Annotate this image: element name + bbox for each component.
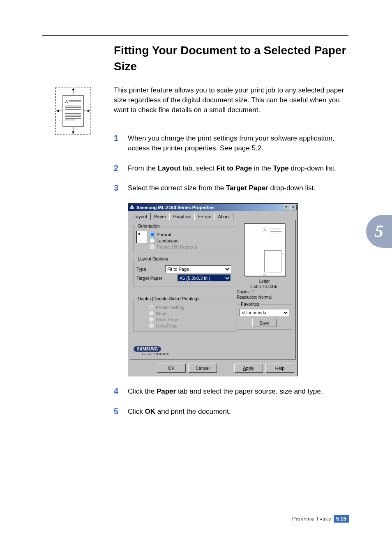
- preview-page-graphic: S ◁: [244, 224, 285, 276]
- favorites-select[interactable]: <Unnamed>: [240, 309, 289, 316]
- type-label: Type: [136, 267, 165, 272]
- step-number: 3: [114, 183, 128, 193]
- tab-layout[interactable]: Layout: [130, 213, 151, 220]
- tab-extras[interactable]: Extras: [194, 213, 214, 220]
- portrait-radio[interactable]: [150, 232, 155, 237]
- tab-graphics[interactable]: Graphics: [169, 213, 195, 220]
- portrait-label: Portrait: [157, 232, 171, 237]
- chapter-number: 5: [375, 221, 383, 241]
- samsung-logo: SAMSUNG ELECTRONICS: [134, 346, 170, 356]
- target-paper-select[interactable]: A5 (5.8x8.3 in.): [178, 274, 231, 282]
- dialog-titlebar[interactable]: Samsung ML-2150 Series Properties ? ×: [128, 204, 297, 211]
- dialog-tabs: Layout Paper Graphics Extras About: [128, 211, 297, 220]
- top-divider: [42, 35, 348, 36]
- step-3-text: Select the correct size from the Target …: [128, 183, 316, 193]
- svg-marker-19: [88, 110, 90, 112]
- preview-panel: S ◁ Letter 8.50 x 11.00 in. Copies: 1 Re…: [237, 224, 292, 300]
- page-heading: Fitting Your Document to a Selected Pape…: [114, 42, 350, 74]
- orientation-group: Orientation Portrait Landscape Rotate 18…: [134, 224, 236, 253]
- svg-rect-21: [131, 205, 133, 207]
- layout-options-legend: Layout Options: [136, 256, 169, 261]
- footer-section-label: Printing Tasks: [292, 516, 331, 522]
- svg-marker-17: [56, 110, 59, 112]
- help-button[interactable]: Help: [265, 364, 294, 373]
- orientation-legend: Orientation: [136, 224, 161, 228]
- duplex-short-edge-radio: [149, 317, 154, 322]
- dialog-button-row: OK Cancel Apply Help: [128, 361, 297, 376]
- svg-marker-13: [72, 88, 74, 90]
- step-number: 4: [114, 387, 128, 396]
- type-select[interactable]: Fit to Page: [165, 265, 231, 273]
- layout-tab-panel: Orientation Portrait Landscape Rotate 18…: [130, 220, 296, 359]
- dialog-close-button[interactable]: ×: [290, 205, 297, 210]
- tab-about[interactable]: About: [214, 213, 234, 220]
- ok-button[interactable]: OK: [157, 364, 186, 373]
- rotate-label: Rotate 180 Degrees: [157, 244, 197, 249]
- favorites-legend: Favorites: [240, 302, 261, 306]
- printer-icon: [129, 205, 135, 210]
- intro-paragraph: This printer feature allows you to scale…: [114, 85, 350, 115]
- svg-marker-15: [72, 131, 74, 134]
- step-4-text: Click the Paper tab and select the paper…: [128, 387, 323, 396]
- fit-to-page-diagram: A: [55, 86, 92, 136]
- footer-chapter-chip: 5.15: [334, 515, 349, 523]
- favorites-save-button[interactable]: Save: [252, 319, 277, 327]
- chapter-thumb-tab: 5: [366, 215, 392, 248]
- landscape-radio[interactable]: [150, 238, 155, 243]
- orientation-icon: [136, 231, 147, 243]
- favorites-group: Favorites <Unnamed> Save: [237, 302, 292, 330]
- rotate-checkbox: [150, 244, 155, 249]
- dialog-help-button[interactable]: ?: [283, 205, 289, 210]
- duplex-long-edge-radio: [149, 323, 154, 328]
- duplex-printer-setting-radio: [149, 304, 154, 310]
- page-footer: Printing Tasks 5.15: [0, 515, 392, 523]
- step-1-text: When you change the print settings from …: [128, 134, 350, 153]
- step-5-text: Click OK and print the document.: [128, 407, 231, 417]
- landscape-label: Landscape: [157, 238, 179, 243]
- dialog-title: Samsung ML-2150 Series Properties: [136, 205, 282, 210]
- duplex-none-radio: [149, 311, 154, 316]
- cancel-button[interactable]: Cancel: [188, 364, 217, 373]
- step-number: 2: [114, 164, 128, 173]
- step-number: 1: [114, 134, 128, 153]
- printer-properties-dialog: Samsung ML-2150 Series Properties ? × La…: [128, 203, 298, 376]
- apply-button[interactable]: Apply: [234, 364, 263, 373]
- layout-options-group: Layout Options Type Fit to Page Target P…: [134, 256, 236, 286]
- duplex-group: Duplex(Double-Sided Printing) Printer Se…: [134, 296, 236, 332]
- step-2-text: From the Layout tab, select Fit to Page …: [128, 164, 336, 173]
- preview-info: Letter 8.50 x 11.00 in. Copies: 1 Resolu…: [237, 279, 292, 300]
- target-paper-label: Target Paper: [136, 276, 165, 281]
- diagram-letter: A: [65, 99, 68, 104]
- step-number: 5: [114, 407, 128, 417]
- tab-paper[interactable]: Paper: [150, 213, 170, 220]
- duplex-legend: Duplex(Double-Sided Printing): [136, 296, 200, 301]
